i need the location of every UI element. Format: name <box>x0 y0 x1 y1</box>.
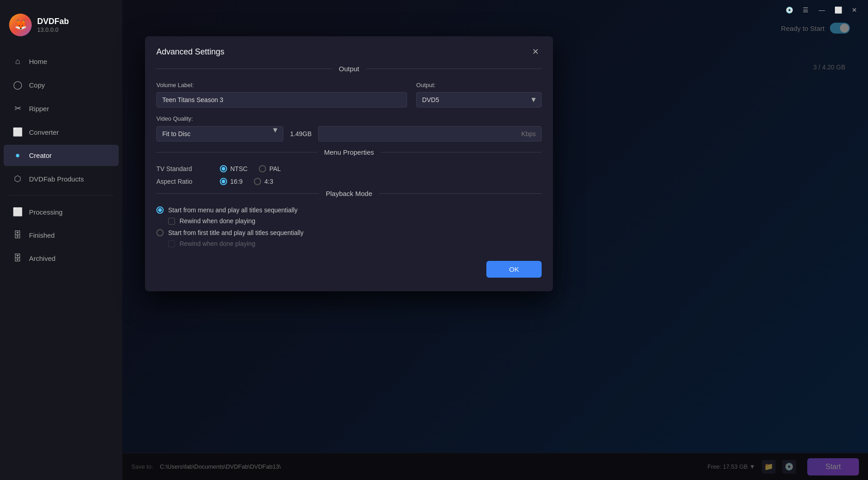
volume-label-text: Volume Label: <box>156 82 407 88</box>
sidebar-item-label-processing: Processing <box>29 208 63 216</box>
ntsc-radio-dot <box>222 167 225 171</box>
playback-radio-2[interactable]: Start from first title and play all titl… <box>156 229 542 236</box>
playback-radio-1-circle <box>156 206 164 214</box>
output-section-divider: Output <box>145 65 553 73</box>
pal-radio[interactable]: PAL <box>259 165 281 172</box>
rewind-label-1: Rewind when done playing <box>179 217 255 225</box>
4-3-radio[interactable]: 4:3 <box>254 178 273 185</box>
playback-option-1-label: Start from menu and play all titles sequ… <box>168 206 298 214</box>
16-9-radio-circle <box>220 178 227 185</box>
4-3-radio-circle <box>254 178 261 185</box>
logo-icon: 🦊 <box>9 14 32 36</box>
nav-divider <box>9 195 113 196</box>
maximize-button[interactable]: ⬜ <box>832 4 844 16</box>
playback-option-2-label: Start from first title and play all titl… <box>168 229 304 236</box>
playback-radio-1[interactable]: Start from menu and play all titles sequ… <box>156 206 542 214</box>
playback-radio-1-dot <box>158 208 162 212</box>
16-9-radio-dot <box>222 180 225 183</box>
sidebar-item-label-home: Home <box>29 58 47 65</box>
logo-area: 🦊 DVDFab 13.0.0.0 <box>0 9 122 50</box>
sidebar-item-home[interactable]: ⌂ Home <box>4 51 119 72</box>
rewind-label-2: Rewind when done playing <box>179 240 255 247</box>
playback-option-1: Start from menu and play all titles sequ… <box>156 206 542 225</box>
menu-properties-section: Menu Properties <box>145 148 553 156</box>
processing-icon: ⬜ <box>13 207 23 217</box>
menu-divider-left <box>156 152 317 152</box>
sidebar-item-label-archived: Archived <box>29 255 55 262</box>
video-quality-label: Video Quality: <box>156 115 193 122</box>
minimize-button[interactable]: — <box>815 4 828 16</box>
sidebar-item-processing[interactable]: ⬜ Processing <box>4 201 119 223</box>
sidebar: 🦊 DVDFab 13.0.0.0 ⌂ Home ◯ Copy ✂ Ripper… <box>0 0 122 480</box>
sidebar-item-label-ripper: Ripper <box>29 105 49 113</box>
disc-button[interactable]: 💿 <box>783 4 795 16</box>
modal-title: Advanced Settings <box>156 47 224 57</box>
volume-label-input[interactable] <box>156 92 407 108</box>
pal-radio-circle <box>259 165 266 172</box>
finished-icon: 🗄 <box>13 230 23 240</box>
output-section-label: Output <box>339 65 359 73</box>
aspect-ratio-row: Aspect Ratio 16:9 4:3 <box>156 178 542 185</box>
modal-header: Advanced Settings ✕ <box>145 36 553 65</box>
sidebar-item-label-dvdfab: DVDFab Products <box>29 175 84 183</box>
divider-line-left <box>156 69 332 69</box>
titlebar: 💿 ☰ — ⬜ ✕ <box>776 0 868 20</box>
divider-line-right <box>366 69 542 69</box>
advanced-settings-modal: Advanced Settings ✕ Output Volume Label:… <box>145 36 553 291</box>
output-label-text: Output: <box>416 82 542 88</box>
app-version: 13.0.0.0 <box>37 26 69 33</box>
16-9-label: 16:9 <box>230 178 242 185</box>
quality-select-wrap: Fit to Disc High Quality Standard Qualit… <box>156 126 283 142</box>
playback-option-2: Start from first title and play all titl… <box>156 229 542 247</box>
sidebar-item-label-converter: Converter <box>29 128 59 136</box>
creator-icon: ● <box>13 151 23 160</box>
quality-row: Fit to Disc High Quality Standard Qualit… <box>145 126 553 142</box>
app-name: DVDFab <box>37 17 69 26</box>
playback-mode-section: Playback Mode <box>145 190 553 197</box>
tv-standard-label: TV Standard <box>156 165 202 172</box>
logo-text: DVDFab 13.0.0.0 <box>37 17 69 33</box>
main-content: 💿 ☰ — ⬜ ✕ Ready to Start 3 / 4.20 GB Adv… <box>122 0 868 480</box>
sidebar-item-creator[interactable]: ● Creator <box>4 145 119 166</box>
output-select-wrap: DVD5 DVD9 Blu-ray 25GB Blu-ray 50GB ▼ <box>416 92 542 108</box>
quality-select[interactable]: Fit to Disc High Quality Standard Qualit… <box>156 126 283 142</box>
video-quality-label-row: Video Quality: <box>145 114 553 122</box>
ntsc-label: NTSC <box>230 165 247 172</box>
playback-section-label: Playback Mode <box>326 190 373 197</box>
close-button[interactable]: ✕ <box>848 4 861 16</box>
kbps-input[interactable] <box>318 126 542 142</box>
home-icon: ⌂ <box>13 57 23 66</box>
sidebar-item-archived[interactable]: 🗄 Archived <box>4 248 119 269</box>
quality-size-value: 1.49GB <box>290 130 311 137</box>
ripper-icon: ✂ <box>13 103 23 113</box>
rewind-checkbox-1-box <box>168 218 175 225</box>
16-9-radio[interactable]: 16:9 <box>220 178 242 185</box>
ntsc-radio[interactable]: NTSC <box>220 165 247 172</box>
aspect-ratio-radio-group: 16:9 4:3 <box>220 178 273 185</box>
sidebar-item-converter[interactable]: ⬜ Converter <box>4 121 119 143</box>
modal-close-button[interactable]: ✕ <box>529 45 542 58</box>
sidebar-item-finished[interactable]: 🗄 Finished <box>4 225 119 246</box>
modal-footer: OK <box>145 252 553 278</box>
playback-divider-right <box>379 193 542 194</box>
sidebar-item-ripper[interactable]: ✂ Ripper <box>4 98 119 119</box>
sidebar-item-label-finished: Finished <box>29 231 55 239</box>
output-form-row: Volume Label: Output: DVD5 DVD9 Blu-ray … <box>145 82 553 108</box>
sidebar-item-copy[interactable]: ◯ Copy <box>4 74 119 96</box>
menu-section-divider: Menu Properties <box>145 148 553 156</box>
pal-label: PAL <box>269 165 281 172</box>
tv-standard-radio-group: NTSC PAL <box>220 165 281 172</box>
ntsc-radio-circle <box>220 165 227 172</box>
menu-button[interactable]: ☰ <box>799 4 812 16</box>
playback-options: Start from menu and play all titles sequ… <box>145 206 553 247</box>
sidebar-item-label-creator: Creator <box>29 152 52 159</box>
menu-section-label: Menu Properties <box>324 148 374 156</box>
converter-icon: ⬜ <box>13 127 23 137</box>
rewind-checkbox-2: Rewind when done playing <box>156 240 542 247</box>
output-select[interactable]: DVD5 DVD9 Blu-ray 25GB Blu-ray 50GB <box>416 92 542 108</box>
aspect-ratio-label: Aspect Ratio <box>156 178 202 185</box>
output-group: Output: DVD5 DVD9 Blu-ray 25GB Blu-ray 5… <box>416 82 542 108</box>
ok-button[interactable]: OK <box>486 261 542 278</box>
sidebar-item-dvdfab-products[interactable]: ⬡ DVDFab Products <box>4 168 119 190</box>
rewind-checkbox-1[interactable]: Rewind when done playing <box>156 217 542 225</box>
